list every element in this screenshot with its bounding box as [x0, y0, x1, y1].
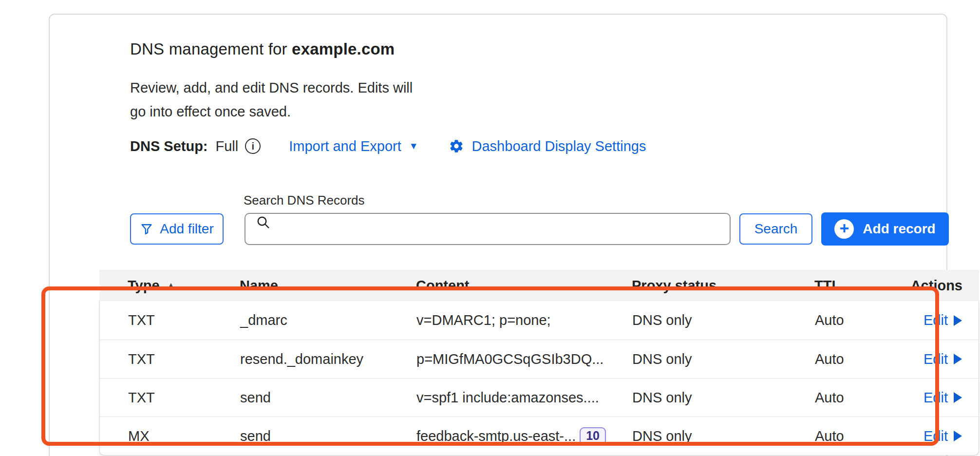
edit-record-link[interactable]: Edit [923, 390, 962, 406]
chevron-right-icon [954, 315, 962, 326]
table-row-dmarc: TXT _dmarc v=DMARC1; p=none; DNS only Au… [100, 301, 979, 340]
column-header-type[interactable]: Type ▲ [128, 278, 240, 294]
priority-badge: 10 [580, 427, 606, 445]
cell-actions: Edit [908, 428, 979, 444]
search-input-wrapper [245, 213, 731, 245]
sort-asc-icon: ▲ [167, 280, 176, 291]
cell-content: v=DMARC1; p=none; [416, 312, 632, 328]
cell-actions: Edit [908, 351, 979, 367]
dns-management-page: DNS management for example.com Review, a… [0, 0, 980, 456]
dashboard-display-settings-link[interactable]: Dashboard Display Settings [449, 138, 646, 154]
description-line-1: Review, add, and edit DNS records. Edits… [130, 76, 413, 100]
edit-record-link[interactable]: Edit [923, 351, 962, 367]
dns-setup-label: DNS Setup: [130, 138, 208, 154]
add-filter-button[interactable]: Add filter [130, 213, 224, 245]
column-header-ttl[interactable]: TTL [814, 278, 908, 294]
edit-label: Edit [923, 428, 948, 444]
cell-proxy-status: DNS only [632, 351, 815, 367]
search-button[interactable]: Search [739, 213, 812, 245]
table-row-domainkey: TXT resend._domainkey p=MIGfMA0GCSqGSIb3… [100, 340, 979, 378]
cell-ttl: Auto [815, 351, 908, 367]
column-header-proxy-status[interactable]: Proxy status [632, 278, 814, 294]
edit-label: Edit [923, 351, 948, 367]
add-record-label: Add record [863, 221, 935, 237]
gear-icon [449, 138, 471, 154]
cell-name: send [240, 390, 416, 406]
plus-icon: + [834, 219, 854, 239]
edit-label: Edit [923, 390, 948, 406]
table-header-row: Type ▲ Name Content Proxy status TTL Act… [99, 270, 979, 301]
page-description: Review, add, and edit DNS records. Edits… [130, 76, 413, 124]
chevron-right-icon [954, 431, 962, 441]
cell-ttl: Auto [815, 390, 908, 406]
table-row-send-mx: MX send feedback-smtp.us-east-... 10 DNS… [100, 417, 979, 455]
content-text: feedback-smtp.us-east-... [416, 428, 576, 444]
page-title-domain: example.com [292, 40, 395, 58]
cell-content: v=spf1 include:amazonses.... [416, 390, 632, 406]
page-title-text: DNS management for [130, 40, 292, 58]
import-export-link[interactable]: Import and Export ▼ [289, 138, 418, 154]
add-filter-label: Add filter [160, 221, 214, 237]
dns-setup-row: DNS Setup: Full i Import and Export ▼ Da… [130, 135, 646, 157]
cell-ttl: Auto [815, 312, 908, 328]
info-icon[interactable]: i [245, 138, 261, 154]
column-header-name[interactable]: Name [240, 278, 416, 294]
cell-proxy-status: DNS only [632, 428, 815, 444]
import-export-label: Import and Export [289, 138, 401, 154]
page-title: DNS management for example.com [130, 40, 395, 58]
dns-setup-value: Full [216, 138, 239, 154]
cell-actions: Edit [908, 312, 979, 328]
search-button-label: Search [754, 221, 798, 237]
dns-management-card: DNS management for example.com Review, a… [49, 14, 947, 456]
dns-records-table: Type ▲ Name Content Proxy status TTL Act… [99, 270, 979, 456]
edit-record-link[interactable]: Edit [923, 428, 962, 444]
column-header-type-label: Type [128, 278, 160, 294]
cell-type: MX [128, 428, 240, 444]
cell-name: send [240, 428, 416, 444]
cell-name: resend._domainkey [240, 351, 416, 367]
cell-content: feedback-smtp.us-east-... 10 [416, 427, 632, 445]
column-header-content[interactable]: Content [416, 278, 632, 294]
cell-actions: Edit [908, 390, 979, 406]
edit-record-link[interactable]: Edit [923, 312, 962, 328]
table-body: TXT _dmarc v=DMARC1; p=none; DNS only Au… [99, 301, 979, 456]
chevron-right-icon [954, 354, 962, 364]
chevron-right-icon [954, 392, 962, 403]
description-line-2: go into effect once saved. [130, 100, 413, 124]
content-text: v=spf1 include:amazonses.... [416, 390, 599, 406]
cell-type: TXT [128, 390, 240, 406]
cell-type: TXT [128, 351, 240, 367]
table-row-send-txt: TXT send v=spf1 include:amazonses.... DN… [100, 378, 979, 417]
column-header-actions: Actions [908, 278, 979, 294]
cell-content: p=MIGfMA0GCSqGSIb3DQ... [416, 351, 632, 367]
add-record-button[interactable]: + Add record [821, 212, 949, 246]
cell-type: TXT [128, 312, 240, 328]
cell-ttl: Auto [815, 428, 908, 444]
edit-label: Edit [923, 312, 948, 328]
search-dns-records-label: Search DNS Records [244, 193, 365, 208]
cell-proxy-status: DNS only [632, 390, 815, 406]
cell-name: _dmarc [240, 312, 416, 328]
search-input[interactable] [245, 214, 730, 244]
chevron-down-icon: ▼ [409, 141, 418, 152]
filter-icon [140, 222, 153, 236]
content-text: v=DMARC1; p=none; [416, 312, 551, 328]
content-text: p=MIGfMA0GCSqGSIb3DQ... [416, 351, 603, 367]
dashboard-display-settings-label: Dashboard Display Settings [472, 138, 646, 154]
cell-proxy-status: DNS only [632, 312, 815, 328]
